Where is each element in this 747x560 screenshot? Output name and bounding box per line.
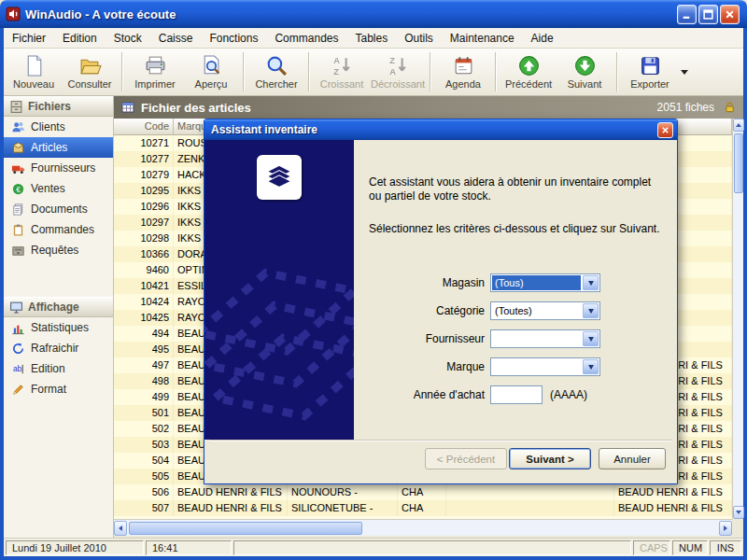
clients-icon xyxy=(11,120,25,134)
chercher-button[interactable]: Chercher xyxy=(248,50,304,93)
cell-code: 10277 xyxy=(114,151,174,167)
scroll-up-button[interactable] xyxy=(733,119,744,132)
apercu-button[interactable]: Aperçu xyxy=(183,50,239,93)
dialog-buttons: < Précédent Suivant > Annuler xyxy=(204,448,666,469)
cell-modele: SILICONETUBE - xyxy=(288,500,398,516)
imprimer-button[interactable]: Imprimer xyxy=(127,50,183,93)
edit-text-icon: ab xyxy=(11,362,25,376)
scrollbar-corner xyxy=(732,519,743,536)
cell-code: 501 xyxy=(114,405,174,421)
format-pencil-icon xyxy=(11,383,25,397)
menu-item[interactable]: Commandes xyxy=(266,30,346,47)
consulter-button[interactable]: Consulter xyxy=(62,50,118,93)
menu-item[interactable]: Edition xyxy=(54,30,106,47)
cell-code: 10298 xyxy=(114,231,174,246)
menu-item[interactable]: Caisse xyxy=(150,30,202,47)
menu-bar: FichierEditionStockCaisseFonctionsComman… xyxy=(4,28,743,49)
scroll-right-button[interactable] xyxy=(719,521,732,536)
fournisseur-dropdown-icon[interactable] xyxy=(583,331,599,346)
cell-code: 494 xyxy=(114,326,174,342)
precedent-nav-button[interactable]: Précédent xyxy=(500,50,557,93)
categorie-combobox[interactable]: (Toutes) xyxy=(490,301,600,320)
menu-item[interactable]: Stock xyxy=(106,30,150,47)
precedent-button[interactable]: < Précédent xyxy=(425,448,507,469)
cell-code: 10366 xyxy=(114,246,174,262)
marque-combobox[interactable] xyxy=(490,357,600,376)
table-row[interactable]: 506 BEAUD HENRI & FILS NOUNOURS - CHA BE… xyxy=(114,484,732,500)
sidebar-item-ventes[interactable]: € Ventes xyxy=(4,178,113,199)
sidebar-item-requetes[interactable]: Requêtes xyxy=(4,240,113,260)
agenda-button[interactable]: Agenda xyxy=(435,50,491,93)
cell-code: 10421 xyxy=(114,278,174,294)
categorie-dropdown-icon[interactable] xyxy=(583,303,599,318)
minimize-button[interactable] xyxy=(677,5,697,24)
ins-indicator: INS xyxy=(710,540,741,555)
sidebar-item-fournisseurs[interactable]: Fournisseurs xyxy=(4,158,113,178)
menu-item[interactable]: Maintenance xyxy=(442,30,523,47)
decroissant-label: Décroissant xyxy=(371,78,425,90)
sidebar-item-format[interactable]: Format xyxy=(4,379,113,399)
dialog-instruction-text: Sélectionnez les critères ci-dessous et … xyxy=(369,222,660,236)
annuler-button[interactable]: Annuler xyxy=(599,448,666,469)
menu-item[interactable]: Outils xyxy=(396,30,442,47)
exporter-dropdown-arrow[interactable] xyxy=(678,50,690,93)
sidebar-item-clients[interactable]: Clients xyxy=(4,117,113,137)
nouveau-button[interactable]: Nouveau xyxy=(6,50,62,93)
print-preview-icon xyxy=(200,54,223,77)
dialog-titlebar[interactable]: Assistant inventaire xyxy=(204,119,677,140)
svg-text:€: € xyxy=(16,184,21,193)
column-header-code[interactable]: Code xyxy=(114,119,174,134)
sidebar-item-statistiques[interactable]: Statistiques xyxy=(4,317,113,338)
file-cabinet-icon xyxy=(9,100,23,114)
dialog-close-button[interactable] xyxy=(657,122,673,138)
menu-item[interactable]: Fonctions xyxy=(201,30,266,47)
horizontal-scrollbar[interactable] xyxy=(114,519,732,536)
open-folder-icon xyxy=(78,54,102,77)
vertical-scroll-thumb[interactable] xyxy=(734,133,743,193)
suivant-button[interactable]: Suivant > xyxy=(509,448,591,469)
magasin-combobox[interactable]: (Tous) xyxy=(490,273,600,292)
maximize-button[interactable] xyxy=(698,5,718,24)
fournisseur-combobox[interactable] xyxy=(490,329,600,348)
wizard-watermark-icon xyxy=(204,203,354,440)
exporter-button[interactable]: Exporter xyxy=(622,50,678,93)
toolbar-separator xyxy=(430,52,431,91)
cell-code: 10425 xyxy=(114,310,174,326)
requetes-label: Requêtes xyxy=(31,244,78,257)
cell-cate: CHA xyxy=(398,484,446,500)
scroll-left-button[interactable] xyxy=(114,521,127,536)
menu-item[interactable]: Aide xyxy=(523,30,562,47)
edition-label: Edition xyxy=(31,362,65,375)
magasin-dropdown-icon[interactable] xyxy=(583,275,599,290)
window-titlebar[interactable]: WinAudio - A votre écoute xyxy=(0,0,747,28)
decroissant-button[interactable]: ZA Décroissant xyxy=(370,50,426,93)
agenda-label: Agenda xyxy=(445,78,481,90)
calendar-icon xyxy=(452,54,475,77)
menu-item[interactable]: Tables xyxy=(346,30,396,47)
new-document-icon xyxy=(22,54,46,77)
table-row[interactable]: 507 BEAUD HENRI & FILS SILICONETUBE - CH… xyxy=(114,500,732,516)
chercher-label: Chercher xyxy=(255,78,297,90)
svg-text:A: A xyxy=(389,67,396,77)
exporter-label: Exporter xyxy=(630,78,669,90)
vertical-scrollbar[interactable] xyxy=(732,119,743,519)
marque-value xyxy=(492,359,581,374)
horizontal-scroll-thumb[interactable] xyxy=(129,522,362,535)
marque-dropdown-icon[interactable] xyxy=(583,359,599,374)
sidebar-item-commandes[interactable]: Commandes xyxy=(4,219,113,240)
scroll-down-button[interactable] xyxy=(733,506,744,519)
menu-item[interactable]: Fichier xyxy=(4,30,54,47)
suivant-nav-button[interactable]: Suivant xyxy=(557,50,613,93)
annee-achat-input[interactable] xyxy=(490,385,543,404)
croissant-button[interactable]: AZ Croissant xyxy=(314,50,370,93)
sidebar-item-documents[interactable]: Documents xyxy=(4,199,113,219)
sidebar-item-rafraichir[interactable]: Rafraichir xyxy=(4,338,113,358)
assistant-inventaire-dialog: Assistant inventaire Cet assistant vous … xyxy=(204,119,678,484)
close-button[interactable] xyxy=(720,5,740,24)
sidebar-item-edition[interactable]: ab Edition xyxy=(4,358,113,379)
inventory-wizard-icon xyxy=(257,155,302,200)
next-record-icon xyxy=(573,54,597,77)
sidebar-item-articles[interactable]: Articles xyxy=(4,137,113,158)
lock-icon[interactable] xyxy=(724,101,736,114)
format-label: Format xyxy=(31,383,66,396)
